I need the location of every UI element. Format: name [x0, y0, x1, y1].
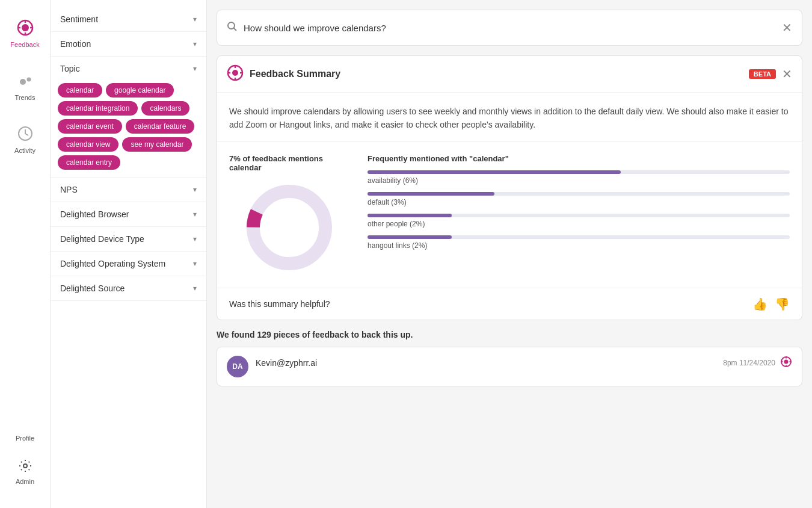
- chevron-down-icon: ▾: [193, 284, 197, 293]
- nav-item-admin[interactable]: Admin: [0, 455, 50, 489]
- chevron-down-icon: ▾: [193, 259, 197, 268]
- feedback-summary-card: Feedback Summary BETA ✕ We should improv…: [217, 55, 802, 320]
- summary-close-button[interactable]: ✕: [782, 67, 792, 81]
- sidebar-section-delighted-browser-header[interactable]: Delighted Browser ▾: [51, 202, 206, 226]
- sidebar-section-sentiment-label: Sentiment: [60, 14, 98, 24]
- sidebar-section-emotion: Emotion ▾: [51, 32, 206, 57]
- search-input[interactable]: [244, 23, 782, 33]
- sidebar-section-sentiment-header[interactable]: Sentiment ▾: [51, 7, 206, 31]
- svg-point-10: [228, 22, 235, 29]
- svg-point-21: [784, 359, 789, 364]
- chevron-down-icon: ▾: [193, 64, 197, 73]
- sidebar: Sentiment ▾ Emotion ▾ Topic ▾ calendargo…: [51, 0, 207, 508]
- feedback-item: DA Kevin@zyphrr.ai 8pm 11/24/2020: [217, 347, 802, 386]
- bars-title: Frequently mentioned with "calendar": [368, 154, 790, 163]
- sidebar-section-sentiment: Sentiment ▾: [51, 7, 206, 32]
- topic-tag[interactable]: calendar feature: [126, 119, 195, 134]
- sidebar-section-delighted-os-header[interactable]: Delighted Operating System ▾: [51, 252, 206, 276]
- topic-tag[interactable]: calendar event: [58, 119, 122, 134]
- avatar: DA: [227, 356, 248, 377]
- activity-icon: [14, 123, 36, 144]
- summary-title-group: Feedback Summary: [227, 64, 340, 84]
- nav-item-feedback[interactable]: Feedback: [0, 12, 50, 53]
- sidebar-section-delighted-device-type-label: Delighted Device Type: [60, 234, 144, 244]
- bar-fill: [368, 170, 621, 174]
- topic-tag[interactable]: calendar: [58, 83, 102, 98]
- feedback-email: Kevin@zyphrr.ai: [256, 358, 317, 368]
- summary-title: Feedback Summary: [250, 69, 340, 79]
- feedback-icon: [14, 17, 36, 39]
- topic-tags: calendargoogle calendarcalendar integrat…: [51, 81, 206, 177]
- sidebar-section-delighted-os-label: Delighted Operating System: [60, 259, 165, 268]
- helpful-row: Was this summary helpful? 👍 👎: [217, 288, 802, 320]
- donut-section: 7% of feedback mentions calendar: [229, 154, 349, 276]
- donut-chart: [229, 179, 349, 276]
- sidebar-section-delighted-browser: Delighted Browser ▾: [51, 202, 206, 227]
- sidebar-section-delighted-source-header[interactable]: Delighted Source ▾: [51, 276, 206, 300]
- search-icon: [227, 21, 238, 35]
- summary-header-right: BETA ✕: [749, 67, 792, 81]
- topic-tag[interactable]: calendar view: [58, 137, 118, 152]
- svg-point-13: [232, 70, 238, 76]
- sidebar-section-nps-label: NPS: [60, 185, 78, 194]
- bar-fill: [368, 214, 452, 217]
- nav-label-profile: Profile: [16, 435, 34, 442]
- bar-row-other-people: other people (2%): [368, 214, 790, 228]
- bar-fill: [368, 235, 452, 239]
- svg-line-11: [234, 28, 237, 31]
- sidebar-section-topic: Topic ▾ calendargoogle calendarcalendar …: [51, 57, 206, 178]
- helpful-actions: 👍 👎: [752, 297, 790, 311]
- bar-label: hangout links (2%): [368, 241, 790, 250]
- bar-label: availability (6%): [368, 176, 790, 185]
- svg-point-7: [26, 78, 31, 82]
- helpful-text: Was this summary helpful?: [229, 299, 330, 309]
- feedback-time-group: 8pm 11/24/2020: [723, 356, 792, 371]
- sidebar-section-emotion-header[interactable]: Emotion ▾: [51, 32, 206, 56]
- nav-label-activity: Activity: [14, 147, 35, 154]
- search-bar: ✕: [217, 10, 802, 46]
- thumbs-up-button[interactable]: 👍: [752, 297, 767, 311]
- svg-point-9: [23, 464, 27, 468]
- svg-point-18: [253, 191, 325, 264]
- nav-item-activity[interactable]: Activity: [0, 118, 50, 159]
- svg-point-6: [20, 79, 26, 85]
- topic-tag[interactable]: calendar entry: [58, 155, 120, 170]
- feedback-meta: Kevin@zyphrr.ai 8pm 11/24/2020: [256, 356, 792, 371]
- donut-label: 7% of feedback mentions calendar: [229, 154, 349, 172]
- sidebar-section-delighted-os: Delighted Operating System ▾: [51, 252, 206, 276]
- summary-logo-icon: [227, 64, 244, 84]
- admin-gear-icon: [18, 459, 32, 475]
- nav-label-feedback: Feedback: [10, 41, 39, 48]
- clear-icon[interactable]: ✕: [782, 20, 792, 35]
- chevron-down-icon: ▾: [193, 235, 197, 243]
- bar-fill: [368, 192, 494, 196]
- bar-row-availability: availability (6%): [368, 170, 790, 185]
- bar-track: [368, 235, 790, 239]
- thumbs-down-button[interactable]: 👎: [775, 297, 790, 311]
- bar-track: [368, 170, 790, 174]
- nav-item-profile[interactable]: Profile: [0, 429, 50, 445]
- bar-label: default (3%): [368, 198, 790, 206]
- bar-track: [368, 214, 790, 217]
- sidebar-section-delighted-device-type-header[interactable]: Delighted Device Type ▾: [51, 227, 206, 251]
- summary-stats: 7% of feedback mentions calendar Frequen…: [217, 142, 802, 288]
- sidebar-section-delighted-device-type: Delighted Device Type ▾: [51, 227, 206, 252]
- bar-row-hangout: hangout links (2%): [368, 235, 790, 250]
- bar-row-default: default (3%): [368, 192, 790, 206]
- svg-point-1: [22, 24, 29, 31]
- chevron-down-icon: ▾: [193, 185, 197, 194]
- nav-item-trends[interactable]: Trends: [0, 65, 50, 106]
- summary-header: Feedback Summary BETA ✕: [217, 56, 802, 93]
- trends-icon: [14, 70, 36, 91]
- sidebar-section-topic-header[interactable]: Topic ▾: [51, 57, 206, 81]
- chevron-down-icon: ▾: [193, 15, 197, 23]
- topic-tag[interactable]: calendar integration: [58, 101, 138, 116]
- nav-label-trends: Trends: [15, 94, 35, 101]
- topic-tag[interactable]: google calendar: [106, 83, 174, 98]
- sidebar-section-delighted-source: Delighted Source ▾: [51, 276, 206, 301]
- sidebar-section-topic-label: Topic: [60, 64, 80, 73]
- sidebar-section-nps-header[interactable]: NPS ▾: [51, 178, 206, 202]
- topic-tag[interactable]: calendars: [141, 101, 189, 116]
- nav-bottom: Profile Admin: [0, 429, 50, 508]
- topic-tag[interactable]: see my calendar: [122, 137, 192, 152]
